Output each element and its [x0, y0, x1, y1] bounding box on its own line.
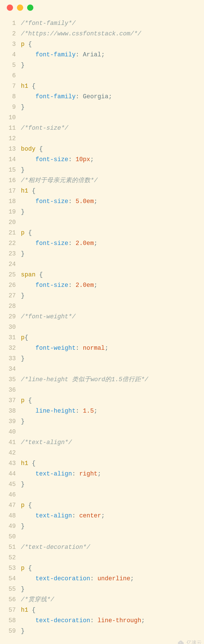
line-content: }	[21, 207, 204, 217]
line-content: p {	[21, 395, 204, 406]
token-comment: /*font-family*/	[21, 20, 76, 27]
maximize-icon[interactable]	[27, 5, 33, 11]
token-plain	[21, 51, 36, 58]
token-selector: h1	[21, 187, 28, 194]
token-plain	[21, 345, 36, 351]
line-content: font-weight: normal;	[21, 343, 204, 353]
code-line: 41/*text-align*/	[0, 437, 204, 448]
token-comment: /*font-size*/	[21, 125, 68, 131]
token-comment: /*贯穿线*/	[21, 596, 54, 603]
token-value: 1.5	[83, 408, 94, 414]
token-brace: {	[28, 565, 32, 572]
code-line: 18 font-size: 5.0em;	[0, 196, 204, 207]
line-content: /*相对于母亲元素的倍数*/	[21, 175, 204, 186]
line-number: 26	[0, 280, 21, 291]
token-value: normal	[83, 345, 105, 351]
token-brace: {	[32, 187, 36, 194]
line-number: 37	[0, 395, 21, 406]
line-content	[21, 322, 204, 332]
token-plain	[21, 575, 36, 582]
line-number: 24	[0, 259, 21, 270]
token-brace: {	[28, 502, 32, 509]
line-number: 41	[0, 437, 21, 448]
token-prop: text-align	[36, 512, 72, 519]
code-line: 42	[0, 448, 204, 458]
code-line: 29/*font-weight*/	[0, 312, 204, 322]
token-selector: span	[21, 271, 36, 278]
line-number: 5	[0, 60, 21, 71]
line-content: p {	[21, 500, 204, 511]
line-number: 16	[0, 175, 21, 186]
line-content: p{	[21, 332, 204, 343]
token-plain	[21, 156, 36, 163]
token-brace: }	[21, 250, 25, 257]
minimize-icon[interactable]	[17, 5, 23, 11]
line-content: text-decoration: underline;	[21, 573, 204, 584]
token-brace: }	[21, 62, 25, 69]
token-brace: {	[32, 607, 36, 613]
token-punct: :	[76, 51, 79, 58]
token-brace: }	[21, 628, 25, 634]
token-selector: p	[21, 229, 25, 236]
line-content	[21, 133, 204, 144]
line-content: }	[21, 626, 204, 636]
token-value: center	[79, 512, 101, 519]
code-line: 3p {	[0, 39, 204, 50]
close-icon[interactable]	[7, 5, 13, 11]
token-punct: ;	[94, 240, 97, 247]
code-line: 8 font-family: Georgia;	[0, 91, 204, 102]
line-content	[21, 385, 204, 395]
token-plain	[76, 470, 79, 477]
line-number: 4	[0, 50, 21, 60]
token-punct: ;	[90, 156, 94, 163]
line-number: 50	[0, 532, 21, 542]
line-number: 49	[0, 521, 21, 532]
token-brace: }	[21, 523, 25, 530]
token-selector: h1	[21, 607, 28, 613]
token-brace: {	[32, 460, 36, 467]
cloud-icon: Y	[177, 640, 185, 644]
token-brace: {	[28, 229, 32, 236]
code-line: 36	[0, 385, 204, 395]
code-line: 24	[0, 259, 204, 270]
token-punct: ;	[108, 93, 112, 100]
code-line: 4 font-family: Arial;	[0, 50, 204, 60]
code-line: 10	[0, 112, 204, 123]
code-line: 46	[0, 490, 204, 500]
line-content: p {	[21, 228, 204, 238]
line-number: 59	[0, 626, 21, 636]
token-selector: p	[21, 41, 25, 48]
token-punct: :	[76, 93, 79, 100]
line-content: font-family: Georgia;	[21, 91, 204, 102]
line-content: font-size: 5.0em;	[21, 196, 204, 207]
token-plain	[28, 460, 32, 467]
token-plain	[21, 198, 36, 205]
svg-text:Y: Y	[180, 642, 181, 644]
token-plain	[25, 397, 28, 404]
line-content: h1 {	[21, 81, 204, 91]
token-punct: :	[68, 282, 72, 289]
token-plain	[25, 41, 28, 48]
token-prop: font-family	[36, 93, 76, 100]
line-number: 12	[0, 133, 21, 144]
token-prop: font-size	[36, 240, 68, 247]
token-prop: line-height	[36, 408, 76, 414]
line-number: 38	[0, 406, 21, 416]
watermark-text: 亿速云	[186, 639, 202, 644]
token-plain	[76, 512, 79, 519]
line-number: 20	[0, 217, 21, 228]
token-comment: /*line-height 类似于word的1.5倍行距*/	[21, 376, 148, 383]
token-punct: :	[68, 156, 72, 163]
token-selector: p	[21, 397, 25, 404]
line-number: 28	[0, 301, 21, 312]
line-number: 52	[0, 553, 21, 563]
token-prop: font-size	[36, 156, 68, 163]
token-punct: ;	[101, 51, 105, 58]
code-line: 35/*line-height 类似于word的1.5倍行距*/	[0, 374, 204, 385]
token-punct: :	[90, 575, 94, 582]
line-content: body {	[21, 144, 204, 154]
token-plain: Georgia	[79, 93, 108, 100]
token-comment: /*https://www.cssfontstack.com/*/	[21, 30, 141, 37]
code-line: 51/*text-decoration*/	[0, 542, 204, 553]
line-content	[21, 259, 204, 270]
